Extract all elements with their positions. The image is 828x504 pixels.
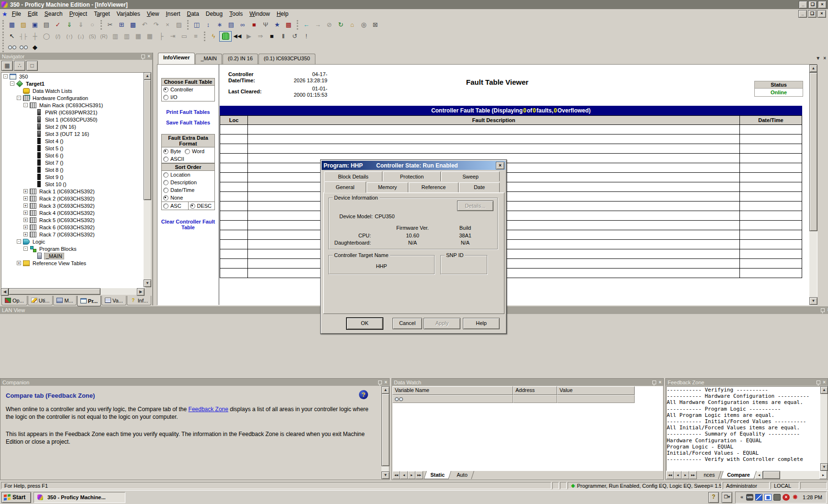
tree-item[interactable]: -Logic	[1, 238, 145, 245]
scroll-thumb[interactable]	[763, 471, 780, 479]
find-in-project-icon[interactable]	[18, 43, 29, 52]
reset-coil-icon[interactable]: (R)	[98, 32, 110, 41]
navigator-tab-inf[interactable]: ?Inf...	[127, 296, 151, 305]
rewind-icon[interactable]: ◀◀	[232, 32, 243, 41]
print-fault-tables-link[interactable]: Print Fault Tables	[159, 109, 217, 115]
scroll-thumb[interactable]	[809, 72, 817, 231]
scroll-up-icon[interactable]: ▲	[820, 386, 828, 394]
collapse-icon[interactable]: -	[23, 103, 28, 107]
outline-view-icon[interactable]: □	[26, 61, 38, 71]
tree-item[interactable]: +Rack 1 (IC693CHS392)	[1, 188, 145, 195]
help-button[interactable]: Help	[463, 318, 500, 329]
tree-item[interactable]: Slot 6 ()	[1, 152, 145, 159]
tree-item[interactable]: -Program Blocks	[1, 245, 145, 252]
collapse-icon[interactable]: -	[17, 96, 21, 100]
menu-edit[interactable]: Edit	[24, 10, 41, 18]
tree-item[interactable]: Slot 10 ()	[1, 180, 145, 188]
scroll-left-icon[interactable]: ◀	[1, 288, 9, 296]
network-tray-icon[interactable]	[755, 494, 762, 501]
dialog-tab-general[interactable]: General	[324, 181, 366, 193]
expand-icon[interactable]: +	[17, 261, 21, 265]
feedback-zone-tab-nces[interactable]: nces	[697, 471, 721, 479]
cancel-button[interactable]: Cancel	[392, 318, 422, 329]
app-tray-icon[interactable]: ▦	[764, 494, 772, 501]
radio-icon[interactable]	[163, 157, 168, 162]
download-icon[interactable]: ⇓	[64, 20, 75, 30]
expand-icon[interactable]: +	[23, 232, 28, 236]
mdi-minimize-button[interactable]: _	[798, 10, 807, 18]
io-radio[interactable]: I/O	[162, 93, 214, 101]
gift-icon[interactable]: ▩	[283, 20, 294, 30]
radio-icon[interactable]	[190, 203, 195, 209]
menu-file[interactable]: File	[9, 10, 24, 18]
redo-icon[interactable]: ↷	[150, 20, 162, 30]
download-run-icon[interactable]: ⇓	[75, 20, 87, 30]
ascii-radio[interactable]: ASCII	[162, 155, 214, 163]
clear-controller-fault-table-link[interactable]: Clear Controller Fault Table	[159, 219, 217, 230]
dialog-tab-sweep[interactable]: Sweep	[441, 171, 500, 181]
help-star-icon[interactable]: ★	[271, 20, 283, 30]
up-transition-coil-icon[interactable]: (↑)	[64, 32, 75, 41]
tree-item[interactable]: Slot 8 ()	[1, 166, 145, 173]
pin-icon[interactable]	[378, 381, 382, 384]
wire-icon[interactable]: ├	[156, 32, 167, 41]
asc-radio[interactable]: ASC	[162, 202, 189, 210]
tree-item[interactable]: Slot 7 ()	[1, 159, 145, 166]
refresh-icon[interactable]: ↻	[335, 20, 347, 30]
desc-radio[interactable]: DESC	[189, 202, 215, 210]
sort-view-icon[interactable]: ∴	[14, 61, 25, 71]
copy-icon[interactable]: ⊞	[116, 20, 127, 30]
expand-icon[interactable]: +	[23, 211, 28, 215]
radio-icon[interactable]	[163, 195, 168, 201]
grid-view-icon[interactable]: ▦	[1, 61, 13, 71]
data-watch-tab-auto[interactable]: Auto	[450, 471, 474, 479]
menu-view[interactable]: View	[144, 10, 163, 18]
step-icon[interactable]: ⇒	[255, 32, 266, 41]
collapse-icon[interactable]: -	[23, 246, 28, 251]
help-tray-button[interactable]: ?	[708, 492, 719, 503]
close-icon[interactable]: ×	[823, 56, 826, 61]
taskbar-item-proficy[interactable]: 350 - Proficy Machine...	[34, 492, 125, 503]
chevron-down-icon[interactable]: ▼	[816, 56, 820, 61]
close-page-icon[interactable]: ⊠	[369, 20, 381, 30]
scroll-up-icon[interactable]: ▲	[809, 65, 817, 72]
tree-item[interactable]: PWR (IC693PWR321)	[1, 109, 145, 116]
pin-icon[interactable]	[821, 308, 825, 312]
menu-tools[interactable]: Tools	[226, 10, 246, 18]
navigator-tab-pr[interactable]: Pr...	[77, 296, 101, 306]
pin-icon[interactable]	[817, 381, 820, 384]
print-icon[interactable]: ▤	[41, 20, 52, 30]
expand-icon[interactable]: +	[23, 196, 28, 201]
tree-item[interactable]: Data Watch Lists	[1, 87, 145, 94]
first-page-icon[interactable]: ◂◂	[666, 471, 674, 479]
fork-icon[interactable]: Ψ	[260, 20, 271, 30]
document-tab--0-2-in-16[interactable]: (0.2) IN 16	[223, 54, 258, 64]
scroll-left-icon[interactable]: ◂	[755, 471, 763, 479]
tree-item[interactable]: -Main Rack (IC693CHS391)	[1, 101, 145, 109]
tree-item[interactable]: +Reference View Tables	[1, 259, 145, 267]
search-page-icon[interactable]: ◎	[358, 20, 369, 30]
normally-closed-contact-icon[interactable]: ┼	[29, 32, 41, 41]
apply-button[interactable]: Apply	[424, 318, 460, 329]
save-fault-tables-link[interactable]: Save Fault Tables	[159, 120, 217, 125]
alert-icon[interactable]: !	[301, 32, 312, 41]
window-tile-icon[interactable]: ◫	[191, 20, 202, 30]
device-update-icon[interactable]: ↕	[202, 20, 214, 30]
open-project-icon[interactable]: ▨	[18, 20, 29, 30]
radio-icon[interactable]	[163, 180, 168, 185]
up-counter-icon[interactable]: ▥	[110, 32, 121, 41]
tree-item[interactable]: +Rack 6 (IC693CHS392)	[1, 224, 145, 231]
down-transition-coil-icon[interactable]: (↓)	[75, 32, 87, 41]
tree-item[interactable]: Slot 3 (OUT 12 16)	[1, 130, 145, 137]
insert-rung-icon[interactable]: ⇥	[167, 32, 179, 41]
expand-icon[interactable]: +	[23, 225, 28, 229]
navigator-tab-m[interactable]: M...	[53, 296, 76, 305]
collapse-icon[interactable]: -	[10, 81, 14, 86]
restart-icon[interactable]: ↺	[289, 32, 301, 41]
navigator-tab-op[interactable]: Op...	[1, 296, 27, 305]
pin-icon[interactable]	[141, 55, 145, 58]
radio-icon[interactable]	[163, 95, 168, 100]
validate-icon[interactable]: ✓	[52, 20, 64, 30]
scroll-up-icon[interactable]: ▲	[144, 72, 151, 80]
close-icon[interactable]: ×	[384, 380, 387, 385]
